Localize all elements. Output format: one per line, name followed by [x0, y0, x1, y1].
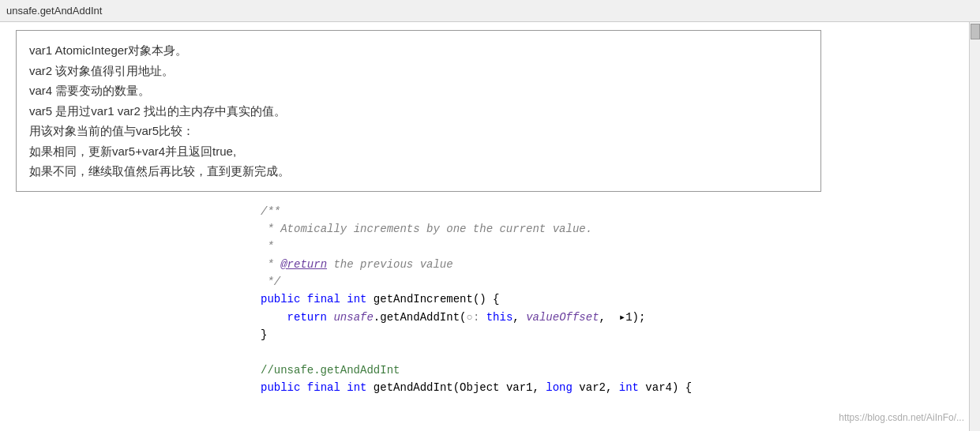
- code-line-comment-3: *: [261, 238, 980, 255]
- code-line-comment-4: * @return the previous value: [261, 256, 980, 273]
- annotation-line-7: 如果不同，继续取值然后再比较，直到更新完成。: [29, 161, 808, 182]
- code-line-comment-5: */: [261, 273, 980, 290]
- annotation-line-6: 如果相同，更新var5+var4并且返回true,: [29, 141, 808, 162]
- annotation-line-2: var2 该对象值得引用地址。: [29, 61, 808, 81]
- scrollbar[interactable]: [969, 22, 980, 431]
- code-line-brace: }: [261, 326, 980, 343]
- annotation-line-4: var5 是用过var1 var2 找出的主内存中真实的值。: [29, 101, 808, 122]
- title-text: unsafe.getAndAddInt: [6, 5, 102, 17]
- website-watermark: https://blog.csdn.net/AiInFo/...: [839, 412, 964, 423]
- content-area: var1 AtomicInteger对象本身。 var2 该对象值得引用地址。 …: [0, 22, 980, 431]
- code-line-comment-2: * Atomically increments by one the curre…: [261, 220, 980, 238]
- title-bar: unsafe.getAndAddInt: [0, 0, 980, 22]
- annotation-box: var1 AtomicInteger对象本身。 var2 该对象值得引用地址。 …: [16, 30, 821, 192]
- annotation-line-3: var4 需要变动的数量。: [29, 81, 808, 101]
- code-line-method: public final int getAndIncrement() {: [261, 290, 980, 308]
- code-line-blank: [261, 344, 980, 362]
- code-line-comment-unsafe: //unsafe.getAndAddInt: [261, 362, 980, 379]
- code-line-getandaddint: public final int getAndAddInt(Object var…: [261, 379, 980, 396]
- annotation-line-1: var1 AtomicInteger对象本身。: [29, 40, 808, 61]
- code-area: /** * Atomically increments by one the c…: [8, 203, 980, 397]
- annotation-line-5: 用该对象当前的值与var5比较：: [29, 121, 808, 141]
- code-line-comment-1: /**: [261, 203, 980, 220]
- code-line-return: return unsafe.getAndAddInt(○: this, valu…: [261, 309, 980, 326]
- scrollbar-thumb[interactable]: [971, 24, 980, 39]
- main-content: var1 AtomicInteger对象本身。 var2 该对象值得引用地址。 …: [0, 22, 980, 431]
